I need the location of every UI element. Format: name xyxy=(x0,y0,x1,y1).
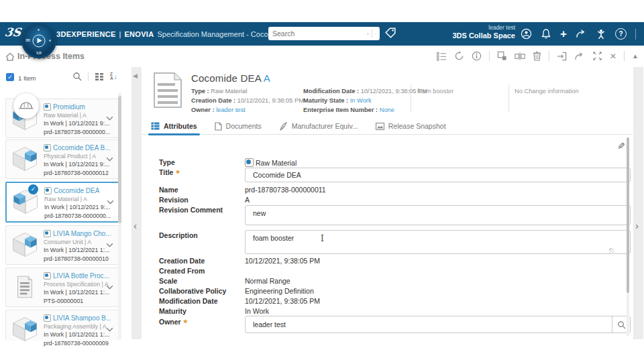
chevron-down-icon[interactable] xyxy=(106,243,113,247)
user-icon[interactable] xyxy=(521,28,532,40)
compass-quadrant-icon xyxy=(38,29,40,31)
swym-icon[interactable] xyxy=(596,29,606,40)
chevron-left-icon[interactable]: ‹ xyxy=(133,220,137,231)
expand-icon[interactable] xyxy=(592,51,602,61)
field-label-revision-comment: Revision Comment xyxy=(159,206,245,214)
play-icon[interactable] xyxy=(33,35,46,48)
compass-3d-label: 3D xyxy=(25,38,30,42)
detail-meta-right: Modification Date : 10/12/2021, 9:38:05 … xyxy=(303,86,427,115)
field-label-creation-date: Creation Date xyxy=(159,257,245,265)
item-title-link[interactable]: LIVIA Bottle Proc... xyxy=(53,272,109,280)
tab-attributes[interactable]: Attributes xyxy=(151,118,197,135)
brand-divider: | xyxy=(119,30,121,38)
home-icon[interactable] xyxy=(5,52,15,61)
info-icon[interactable] xyxy=(472,51,482,61)
item-status: In Work | 10/12/2021 9:... xyxy=(44,120,111,127)
list-item[interactable]: LIVIA Mango Cho... Consumer Unit | A In … xyxy=(5,225,119,265)
user-info[interactable]: leader test 3DS Collab Space xyxy=(416,24,515,40)
bell-icon[interactable] xyxy=(541,28,551,40)
chevron-down-icon[interactable] xyxy=(106,285,113,290)
tab-release-snapshot[interactable]: Release Snapshot xyxy=(376,118,446,135)
chevron-down-icon[interactable] xyxy=(375,32,376,36)
sidebar-scrollbar[interactable] xyxy=(118,93,121,339)
chevron-right-icon[interactable]: › xyxy=(635,220,639,231)
documents-icon xyxy=(215,122,222,131)
scrollbar-thumb[interactable] xyxy=(118,96,121,223)
divider xyxy=(508,84,509,113)
form-scrollbar[interactable] xyxy=(627,137,629,336)
manufacturer-icon xyxy=(279,122,288,131)
chevron-down-icon[interactable] xyxy=(107,200,114,204)
sort-icon[interactable]: ZA ↓ xyxy=(110,72,117,81)
item-title-link[interactable]: Promidium xyxy=(53,103,85,111)
divider xyxy=(411,84,411,113)
item-type: Raw Material | A xyxy=(44,112,111,119)
maturity-link[interactable]: In Work xyxy=(350,97,372,104)
revision-comment-textarea[interactable]: new xyxy=(245,205,631,225)
share-icon[interactable] xyxy=(576,29,587,39)
select-all-checkbox[interactable]: ✓ xyxy=(6,73,14,81)
field-value-type: Raw Material xyxy=(256,159,297,167)
collab-space-name: 3DS Collab Space xyxy=(416,32,515,41)
change-note: No Change information xyxy=(515,88,579,95)
add-icon[interactable]: + xyxy=(560,28,567,40)
field-value-revision: A xyxy=(245,196,250,204)
compass-icon[interactable]: 3D V,R xyxy=(21,23,56,58)
description-note: foam booster xyxy=(417,88,453,95)
view-mode-icon[interactable] xyxy=(95,72,104,81)
item-title-link[interactable]: Cocomide DEA xyxy=(54,187,99,194)
refresh-icon[interactable] xyxy=(454,51,464,61)
item-status: In Work | 10/12/2021 9:... xyxy=(44,161,111,168)
item-title-link[interactable]: LIVIA Mango Cho... xyxy=(53,230,111,237)
list-item-selected[interactable]: ✓ Cocomide DEA Raw Material | A In Work … xyxy=(5,182,120,223)
item-title-link[interactable]: LIVIA Shampoo B... xyxy=(53,314,111,322)
item-title-link[interactable]: Cocomide DEA B... xyxy=(53,144,111,152)
resize-handle[interactable] xyxy=(609,248,614,253)
collapse-up-icon[interactable]: ▲ xyxy=(632,52,639,60)
help-icon[interactable]: ? xyxy=(615,28,627,40)
ein-link[interactable]: None xyxy=(380,107,394,113)
app-context-label[interactable]: Specification Management - Cocomi... xyxy=(157,30,282,38)
owner-input[interactable] xyxy=(246,320,612,328)
compare-icon[interactable] xyxy=(515,52,525,61)
tab-manufacturer-equivalents[interactable]: Manufacturer Equiv... xyxy=(279,118,358,135)
item-status: In Work | 10/12/2021 1:... xyxy=(44,289,111,296)
selected-check-icon: ✓ xyxy=(28,184,38,194)
field-label-maturity: Maturity xyxy=(159,307,245,315)
scrollbar-thumb[interactable] xyxy=(627,137,629,293)
list-item[interactable]: LIVIA Bottle Proc... Process Specificati… xyxy=(5,267,119,307)
revision-label[interactable]: A xyxy=(264,72,270,84)
rules-icon[interactable] xyxy=(436,52,447,61)
search-icon[interactable] xyxy=(367,29,369,38)
description-textarea[interactable]: foam booster xyxy=(245,230,631,254)
triangle-left-icon[interactable]: ◀ xyxy=(133,72,138,79)
share-icon[interactable] xyxy=(574,52,585,61)
app-title: 3DEXPERIENCE | ENOVIA Specification Mana… xyxy=(56,22,292,46)
list-item[interactable]: LIVIA Shampoo B... Packaging Assembly | … xyxy=(5,310,119,341)
product-type-icon xyxy=(44,187,52,194)
title-input[interactable] xyxy=(245,168,631,182)
open-in-icon[interactable] xyxy=(557,52,567,61)
product-type-icon xyxy=(44,103,51,111)
edit-pencil-icon[interactable]: ✎ xyxy=(617,141,625,152)
search-input[interactable] xyxy=(268,29,367,38)
detail-meta-left: Type : Raw Material Creation Date : 10/1… xyxy=(191,86,304,115)
close-icon[interactable]: ✕ xyxy=(610,52,616,60)
duplicate-icon[interactable] xyxy=(497,51,507,61)
field-value-name: prd-18780738-000000011 xyxy=(245,186,326,194)
right-panel-strip[interactable]: › xyxy=(633,67,643,339)
search-icon[interactable] xyxy=(72,72,82,81)
delete-icon[interactable] xyxy=(533,51,541,61)
chevron-down-icon[interactable] xyxy=(106,116,113,121)
snapshot-icon xyxy=(376,123,384,130)
divider xyxy=(489,51,490,61)
chevron-down-icon[interactable] xyxy=(106,157,113,162)
list-item[interactable]: Cocomide DEA B... Physical Product | A I… xyxy=(5,139,119,179)
assistant-helmet-icon[interactable] xyxy=(13,93,39,119)
chevron-down-icon[interactable] xyxy=(106,327,113,332)
item-status: In Work | 10/12/2021 1:... xyxy=(44,331,111,338)
tab-documents[interactable]: Documents xyxy=(215,118,262,135)
sidebar-collapse-strip[interactable]: ◀ ‹ xyxy=(131,67,142,339)
tag-icon[interactable] xyxy=(384,26,398,40)
owner-link[interactable]: leader test xyxy=(216,107,245,113)
